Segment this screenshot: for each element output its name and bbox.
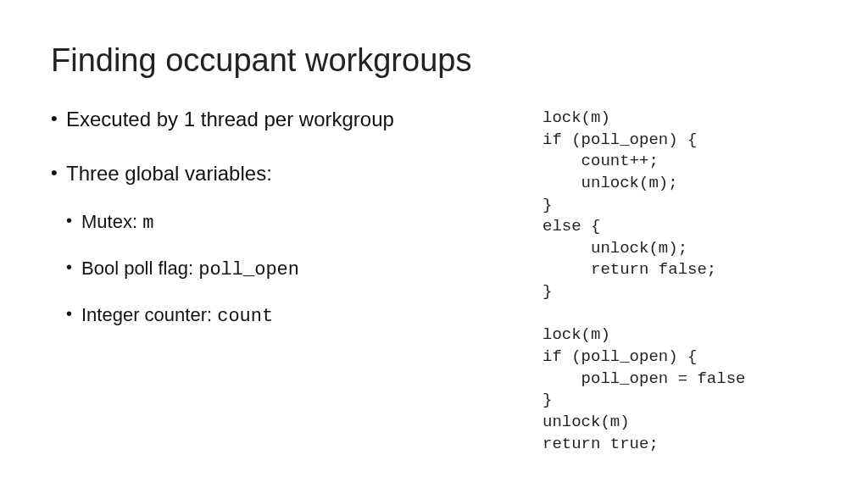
- content-columns: Executed by 1 thread per workgroup Three…: [51, 108, 817, 455]
- code-block: lock(m) if (poll_open) { count++; unlock…: [542, 108, 817, 455]
- right-column: lock(m) if (poll_open) { count++; unlock…: [526, 108, 817, 455]
- slide: Finding occupant workgroups Executed by …: [0, 0, 868, 488]
- bullet-item: Three global variables: Mutex: m Bool po…: [51, 162, 526, 327]
- sub-bullet-list: Mutex: m Bool poll flag: poll_open Integ…: [66, 211, 526, 327]
- bullet-item: Executed by 1 thread per workgroup: [51, 108, 526, 131]
- sub-label: Integer counter:: [81, 304, 217, 325]
- sub-label: Bool poll flag:: [81, 258, 198, 279]
- inline-code: count: [217, 306, 273, 327]
- sub-bullet-item: Integer counter: count: [66, 304, 526, 327]
- left-column: Executed by 1 thread per workgroup Three…: [51, 108, 526, 455]
- bullet-list: Executed by 1 thread per workgroup Three…: [51, 108, 526, 327]
- slide-title: Finding occupant workgroups: [51, 42, 817, 79]
- bullet-text: Three global variables:: [66, 162, 272, 185]
- sub-bullet-item: Bool poll flag: poll_open: [66, 258, 526, 280]
- inline-code: m: [142, 213, 153, 234]
- sub-label: Mutex:: [81, 211, 142, 232]
- inline-code: poll_open: [198, 259, 299, 280]
- sub-bullet-item: Mutex: m: [66, 211, 526, 234]
